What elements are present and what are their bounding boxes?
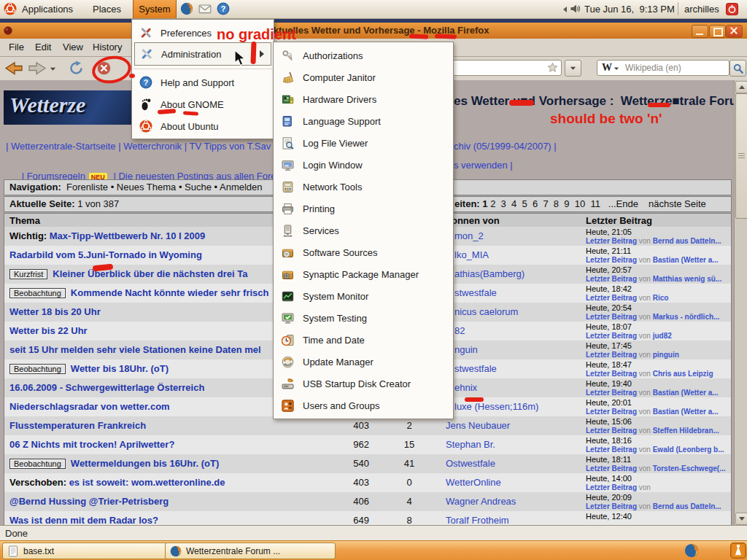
last-post-link[interactable]: Letzter Beitrag xyxy=(586,389,637,397)
menu-places[interactable]: Places xyxy=(93,4,121,15)
package-icon[interactable] xyxy=(730,542,746,559)
submenu-item-printing[interactable]: Printing xyxy=(276,198,451,219)
last-post-author[interactable]: Bernd aus Datteln... xyxy=(653,237,721,245)
header-links-2b[interactable]: s verwenden | xyxy=(454,160,513,171)
last-post-link[interactable]: Letzter Beitrag xyxy=(586,237,637,245)
starter-link[interactable]: Stephan Br. xyxy=(446,439,495,450)
starter-link[interactable]: Ostwestfale xyxy=(446,458,495,469)
submenu-item-login-window[interactable]: Login Window xyxy=(276,154,451,176)
firefox-icon[interactable] xyxy=(684,543,699,558)
last-post-link[interactable]: Letzter Beitrag xyxy=(586,313,637,321)
topic-link[interactable]: Niederschlagsradar von wetter.com xyxy=(9,401,170,412)
next-page-link[interactable]: nächste Seite xyxy=(649,198,706,209)
last-post-link[interactable]: Letzter Beitrag xyxy=(586,370,637,378)
close-button[interactable] xyxy=(726,25,743,38)
last-post-link[interactable]: Letzter Beitrag xyxy=(586,256,637,264)
scroll-up-button[interactable] xyxy=(735,81,747,93)
submenu-item-system-monitor[interactable]: System Monitor xyxy=(276,285,451,307)
topic-link[interactable]: Was ist denn mit dem Radar los? xyxy=(9,515,158,525)
scroll-down-button[interactable] xyxy=(735,513,747,525)
go-dropdown-button[interactable] xyxy=(565,60,581,77)
star-icon[interactable] xyxy=(547,62,558,73)
last-post-link[interactable]: Letzter Beitrag xyxy=(586,408,637,416)
taskbar-button[interactable]: base.txt xyxy=(2,542,167,559)
starter-link[interactable]: stwestfale xyxy=(454,363,497,374)
scrollbar-thumb[interactable] xyxy=(735,93,747,219)
forward-icon[interactable] xyxy=(28,61,47,76)
starter-link[interactable]: athias(Bamberg) xyxy=(454,268,525,279)
topic-link[interactable]: 06 Z Nichts mit trocken! Aprilwetter? xyxy=(9,439,174,450)
minimize-button[interactable] xyxy=(692,25,708,38)
topic-link[interactable]: Wettermeldungen bis 16Uhr. (oT) xyxy=(71,458,219,469)
last-post-author[interactable]: Markus - nördlich... xyxy=(653,313,720,321)
search-bar[interactable]: W Wikipedia (en) xyxy=(597,60,729,76)
starter-link[interactable]: Toralf Frotheim xyxy=(446,515,509,525)
back-icon[interactable] xyxy=(4,61,23,76)
submenu-item-hardware-drivers[interactable]: Hardware Drivers xyxy=(276,88,451,110)
last-post-author[interactable]: Bastian (Wetter a... xyxy=(653,256,719,264)
starter-link[interactable]: nicus caelorum xyxy=(454,306,518,317)
last-post-author[interactable]: Bastian (Wetter a... xyxy=(653,408,719,416)
last-post-link[interactable]: Letzter Beitrag xyxy=(586,427,637,435)
menu-item-about-ubuntu[interactable]: About Ubuntu xyxy=(134,115,271,137)
menu-applications[interactable]: Applications xyxy=(22,4,73,15)
topic-link[interactable]: Kleiner Überblick über die nächsten drei… xyxy=(53,268,247,279)
chevron-down-icon[interactable] xyxy=(50,66,56,72)
navigation-links[interactable]: Forenliste • Neues Thema • Suche • Anmel… xyxy=(61,182,263,192)
topic-link[interactable]: Kommende Nacht könnte wieder sehr frisch xyxy=(71,287,269,298)
search-go-button[interactable] xyxy=(729,60,746,77)
vertical-scrollbar[interactable] xyxy=(734,80,747,525)
clock[interactable]: Tue Jun 16, 9:13 PM xyxy=(584,4,675,15)
user-name[interactable]: archilles xyxy=(684,4,719,15)
menu-view[interactable]: View xyxy=(63,42,83,52)
starter-link[interactable]: WetterOnline xyxy=(446,477,501,488)
submenu-item-computer-janitor[interactable]: Computer Janitor xyxy=(276,66,451,88)
header-links-1b[interactable]: chiv (05/1999-04/2007) | xyxy=(454,141,557,152)
topic-link[interactable]: Wetter bis 18Uhr. (oT) xyxy=(71,363,169,374)
last-post-author[interactable]: jud82 xyxy=(653,332,672,340)
header-links-1[interactable]: | Wetterzentrale-Startseite | Wetterchro… xyxy=(6,141,271,152)
url-bar[interactable] xyxy=(438,60,562,76)
search-input[interactable]: Wikipedia (en) xyxy=(625,63,681,73)
menu-item-about-gnome[interactable]: About GNOME xyxy=(134,93,271,115)
topic-link[interactable]: Wetter bis 22 Uhr xyxy=(9,325,88,336)
chevron-down-icon[interactable] xyxy=(614,66,619,71)
last-post-author[interactable]: Bastian (Wetter a... xyxy=(653,389,719,397)
ubuntu-logo-icon[interactable] xyxy=(4,2,17,15)
starter-link[interactable]: Wagner Andreas xyxy=(446,496,516,507)
topic-link[interactable]: 16.06.2009 - Schwergewitterlage Österrei… xyxy=(9,382,204,393)
last-post-author[interactable]: Bernd aus Datteln... xyxy=(653,502,721,510)
taskbar-button[interactable]: Wetterzentrale Forum ... xyxy=(165,542,336,559)
last-post-link[interactable]: Letzter Beitrag xyxy=(586,351,637,359)
last-post-link[interactable]: Letzter Beitrag xyxy=(586,332,637,340)
submenu-item-time-and-date[interactable]: Time and Date xyxy=(276,329,451,351)
topic-link[interactable]: Wetter 18 bis 20 Uhr xyxy=(9,306,101,317)
pagination[interactable]: eiten: 1 2 3 4 5 6 7 8 9 10 11 ...Endenä… xyxy=(454,198,706,209)
topic-link[interactable]: @Bernd Hussing @Trier-Petrisberg xyxy=(9,496,169,507)
submenu-item-network-tools[interactable]: Network Tools xyxy=(276,176,451,198)
last-post-author[interactable]: Rico xyxy=(653,294,669,302)
submenu-item-services[interactable]: Services xyxy=(276,219,451,241)
last-post-author[interactable]: Ewald (Leonberg b... xyxy=(653,446,724,454)
last-post-link[interactable]: Letzter Beitrag xyxy=(586,446,637,454)
menu-system[interactable]: System xyxy=(133,0,177,18)
submenu-item-software-sources[interactable]: Software Sources xyxy=(276,241,451,263)
submenu-item-language-support[interactable]: Language Support xyxy=(276,110,451,132)
maximize-button[interactable] xyxy=(709,25,726,38)
last-post-author[interactable]: Steffen Hildebran... xyxy=(653,427,719,435)
reload-icon[interactable] xyxy=(69,61,84,76)
topic-link[interactable]: seit 15 Uhr melden sehr viele Stationen … xyxy=(9,344,261,355)
help-icon[interactable]: ? xyxy=(217,2,230,15)
starter-link[interactable]: stwestfale xyxy=(454,287,497,298)
menu-item-help-support[interactable]: ? Help and Support xyxy=(134,71,271,93)
topic-link[interactable]: es ist soweit: wom.wetteronline.de xyxy=(69,477,225,488)
search-engine-icon[interactable]: W xyxy=(602,62,612,74)
window-titlebar[interactable]: :: Aktuelles Wetter und Vorhersage - Moz… xyxy=(0,23,747,39)
submenu-item-usb-startup-disk-creator[interactable]: USB Startup Disk Creator xyxy=(276,373,451,394)
menu-file[interactable]: File xyxy=(9,42,24,52)
submenu-item-authorizations[interactable]: Authorizations xyxy=(276,44,451,66)
last-post-link[interactable]: Letzter Beitrag xyxy=(586,502,637,510)
starter-link[interactable]: luxe (Hessen;116m) xyxy=(454,401,538,412)
submenu-item-users-and-groups[interactable]: Users and Groups xyxy=(276,394,451,416)
envelope-icon[interactable] xyxy=(198,2,212,15)
